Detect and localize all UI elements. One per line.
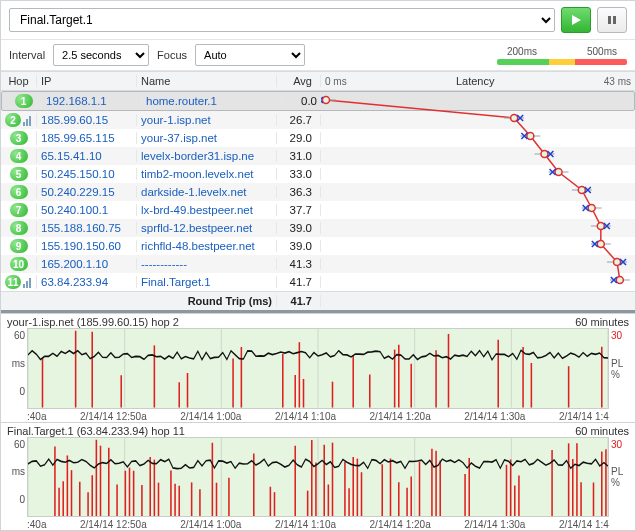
hop-cell: 3 bbox=[1, 131, 37, 145]
avg-cell: 39.0 bbox=[277, 222, 321, 234]
signal-icon bbox=[23, 114, 32, 126]
table-row[interactable]: 750.240.100.1lx-brd-49.bestpeer.net37.7 bbox=[1, 201, 635, 219]
hop-cell: 10 bbox=[1, 257, 37, 271]
table-row[interactable]: 1163.84.233.94Final.Target.141.7 bbox=[1, 273, 635, 291]
table-row[interactable]: 8155.188.160.75sprfld-12.bestpeer.net39.… bbox=[1, 219, 635, 237]
col-hop[interactable]: Hop bbox=[1, 75, 37, 87]
ip-cell: 50.240.229.15 bbox=[37, 186, 137, 198]
hop-badge: 4 bbox=[10, 149, 28, 163]
avg-cell: 39.0 bbox=[277, 240, 321, 252]
timeline-x-axis: :40a2/14/14 12:50a2/14/14 1:00a2/14/14 1… bbox=[7, 519, 629, 530]
ip-cell: 165.200.1.10 bbox=[37, 258, 137, 270]
svg-rect-2 bbox=[613, 16, 616, 24]
pause-button[interactable] bbox=[597, 7, 627, 33]
timeline-duration: 60 minutes bbox=[575, 316, 629, 328]
hop-badge: 3 bbox=[10, 131, 28, 145]
ip-cell: 50.240.100.1 bbox=[37, 204, 137, 216]
timeline-title: Final.Target.1 (63.84.233.94) hop 11 bbox=[7, 425, 185, 437]
table-row[interactable]: 1192.168.1.1home.router.10.0 bbox=[1, 91, 635, 111]
hop-badge: 9 bbox=[10, 239, 28, 253]
hop-badge: 6 bbox=[10, 185, 28, 199]
svg-marker-0 bbox=[572, 15, 581, 25]
ip-cell: 155.190.150.60 bbox=[37, 240, 137, 252]
grid-body: 1192.168.1.1home.router.10.02185.99.60.1… bbox=[1, 91, 635, 291]
timeline-pl-axis: 30PL % bbox=[609, 328, 629, 411]
timeline-panel: your-1.isp.net (185.99.60.15) hop 260 mi… bbox=[1, 313, 635, 422]
hop-badge: 8 bbox=[10, 221, 28, 235]
interval-label: Interval bbox=[9, 49, 45, 61]
table-row[interactable]: 2185.99.60.15your-1.isp.net26.7 bbox=[1, 111, 635, 129]
col-avg[interactable]: Avg bbox=[277, 75, 321, 87]
focus-select[interactable]: Auto bbox=[195, 44, 305, 66]
summary-value: 41.7 bbox=[277, 295, 321, 307]
latency-max: 43 ms bbox=[604, 76, 631, 87]
svg-rect-1 bbox=[608, 16, 611, 24]
hop-cell: 2 bbox=[1, 113, 37, 127]
interval-select[interactable]: 2.5 seconds bbox=[53, 44, 149, 66]
ip-cell: 50.245.150.10 bbox=[37, 168, 137, 180]
hop-badge: 10 bbox=[10, 257, 28, 271]
table-row[interactable]: 10165.200.1.10------------41.3 bbox=[1, 255, 635, 273]
ip-cell: 192.168.1.1 bbox=[42, 95, 142, 107]
avg-cell: 26.7 bbox=[277, 114, 321, 126]
hop-cell: 6 bbox=[1, 185, 37, 199]
timeline-chart[interactable] bbox=[27, 328, 609, 409]
avg-cell: 41.7 bbox=[277, 276, 321, 288]
avg-cell: 33.0 bbox=[277, 168, 321, 180]
name-cell: your-1.isp.net bbox=[137, 114, 277, 126]
ip-cell: 155.188.160.75 bbox=[37, 222, 137, 234]
avg-cell: 0.0 bbox=[282, 95, 326, 107]
signal-icon bbox=[23, 276, 32, 288]
name-cell: sprfld-12.bestpeer.net bbox=[137, 222, 277, 234]
col-latency[interactable]: 0 ms Latency 43 ms bbox=[321, 75, 635, 87]
scale-high: 500ms bbox=[587, 46, 617, 57]
timeline-pl-axis: 30PL % bbox=[609, 437, 629, 520]
name-cell: your-37.isp.net bbox=[137, 132, 277, 144]
play-button[interactable] bbox=[561, 7, 591, 33]
hop-badge: 7 bbox=[10, 203, 28, 217]
summary-label: Round Trip (ms) bbox=[137, 295, 277, 307]
ip-cell: 185.99.65.115 bbox=[37, 132, 137, 144]
name-cell: ------------ bbox=[137, 258, 277, 270]
col-ip[interactable]: IP bbox=[37, 75, 137, 87]
hop-cell: 4 bbox=[1, 149, 37, 163]
name-cell: darkside-1.levelx.net bbox=[137, 186, 277, 198]
hop-cell: 11 bbox=[1, 275, 37, 289]
name-cell: lx-brd-49.bestpeer.net bbox=[137, 204, 277, 216]
timeline-panel: Final.Target.1 (63.84.233.94) hop 1160 m… bbox=[1, 422, 635, 531]
latency-min: 0 ms bbox=[325, 76, 347, 87]
table-row[interactable]: 9155.190.150.60richfld-48.bestpeer.net39… bbox=[1, 237, 635, 255]
hop-badge: 1 bbox=[15, 94, 33, 108]
target-select[interactable]: Final.Target.1 bbox=[9, 8, 555, 32]
timeline-y-axis: 60ms0 bbox=[7, 328, 27, 411]
summary-row: Round Trip (ms) 41.7 bbox=[1, 291, 635, 310]
ip-cell: 185.99.60.15 bbox=[37, 114, 137, 126]
hop-badge: 2 bbox=[5, 113, 21, 127]
ip-cell: 65.15.41.10 bbox=[37, 150, 137, 162]
scale-bar bbox=[497, 59, 627, 65]
avg-cell: 31.0 bbox=[277, 150, 321, 162]
table-row[interactable]: 550.245.150.10timb2-moon.levelx.net33.0 bbox=[1, 165, 635, 183]
latency-scale: 200ms 500ms bbox=[497, 46, 627, 65]
hop-grid: Hop IP Name Avg 0 ms Latency 43 ms 1192.… bbox=[1, 71, 635, 313]
table-row[interactable]: 650.240.229.15darkside-1.levelx.net36.3 bbox=[1, 183, 635, 201]
timelines: your-1.isp.net (185.99.60.15) hop 260 mi… bbox=[1, 313, 635, 530]
name-cell: richfld-48.bestpeer.net bbox=[137, 240, 277, 252]
focus-label: Focus bbox=[157, 49, 187, 61]
hop-cell: 9 bbox=[1, 239, 37, 253]
hop-cell: 8 bbox=[1, 221, 37, 235]
name-cell: Final.Target.1 bbox=[137, 276, 277, 288]
hop-badge: 5 bbox=[10, 167, 28, 181]
timeline-chart[interactable] bbox=[27, 437, 609, 518]
col-name[interactable]: Name bbox=[137, 75, 277, 87]
table-row[interactable]: 3185.99.65.115your-37.isp.net29.0 bbox=[1, 129, 635, 147]
ip-cell: 63.84.233.94 bbox=[37, 276, 137, 288]
avg-cell: 36.3 bbox=[277, 186, 321, 198]
hop-cell: 1 bbox=[6, 94, 42, 108]
scale-low: 200ms bbox=[507, 46, 537, 57]
timeline-x-axis: :40a2/14/14 12:50a2/14/14 1:00a2/14/14 1… bbox=[7, 411, 629, 422]
table-row[interactable]: 465.15.41.10levelx-border31.isp.ne31.0 bbox=[1, 147, 635, 165]
hop-cell: 5 bbox=[1, 167, 37, 181]
timeline-y-axis: 60ms0 bbox=[7, 437, 27, 520]
timeline-title: your-1.isp.net (185.99.60.15) hop 2 bbox=[7, 316, 179, 328]
